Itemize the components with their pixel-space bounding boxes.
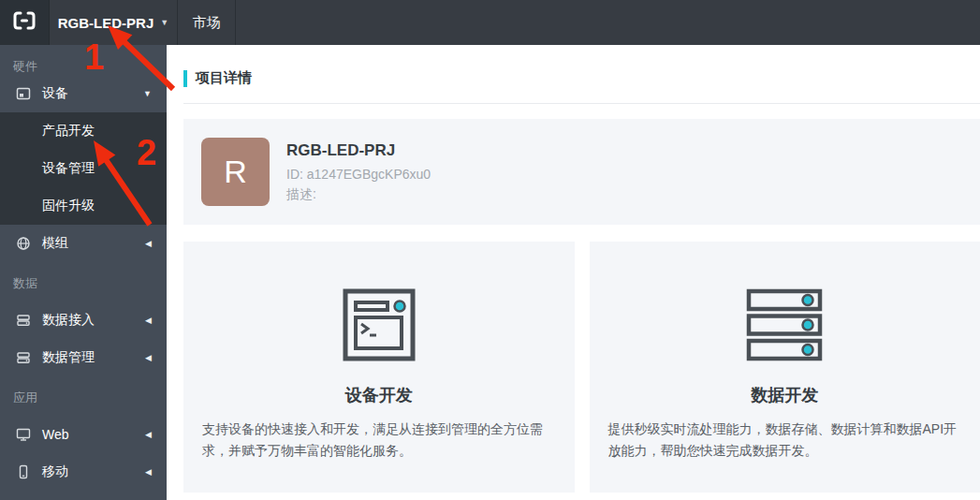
chevron-down-icon: ▼ (143, 89, 152, 98)
project-id: ID: a1247EGBgcKP6xu0 (286, 167, 431, 182)
sidebar-item-mobile[interactable]: 移动 ◀ (0, 453, 167, 491)
sidebar-section-data: 数据 (13, 275, 167, 292)
market-label: 市场 (193, 14, 221, 32)
chevron-left-icon: ◀ (145, 239, 152, 248)
topbar: RGB-LED-PRJ ▼ 市场 (0, 0, 980, 45)
brackets-logo-icon (11, 10, 37, 35)
database-icon (16, 350, 31, 365)
chevron-left-icon: ◀ (145, 316, 152, 325)
page-header: 项目详情 (183, 69, 980, 87)
sidebar-item-module[interactable]: 模组 ◀ (0, 225, 167, 262)
project-info: RGB-LED-PRJ ID: a1247EGBgcKP6xu0 描述: (286, 141, 431, 203)
sidebar-item-label: 数据管理 (42, 349, 95, 366)
mobile-icon (16, 464, 31, 479)
sidebar-item-data-access[interactable]: 数据接入 ◀ (0, 301, 167, 339)
sidebar-subitem-product-dev[interactable]: 产品开发 (0, 112, 167, 150)
terminal-icon (183, 288, 575, 361)
chevron-down-icon: ▼ (160, 19, 168, 27)
sidebar-item-label: Web (42, 427, 69, 442)
app-window: RGB-LED-PRJ ▼ 市场 硬件 设备 ▼ 产品开发 设备管理 固件升级 (0, 0, 980, 500)
project-avatar: R (201, 138, 270, 206)
sidebar: 硬件 设备 ▼ 产品开发 设备管理 固件升级 (0, 45, 167, 500)
card-description: 支持设备的快速接入和开发，满足从连接到管理的全方位需求，并赋予万物丰富的智能化服… (202, 419, 556, 462)
main-content: 项目详情 R RGB-LED-PRJ ID: a1247EGBgcKP6xu0 … (167, 45, 980, 500)
sidebar-item-web[interactable]: Web ◀ (0, 416, 167, 453)
page-title: 项目详情 (196, 69, 252, 87)
header-divider (183, 103, 980, 104)
project-selector-label: RGB-LED-PRJ (58, 15, 154, 31)
topbar-item-market[interactable]: 市场 (178, 0, 236, 45)
sidebar-item-device[interactable]: 设备 ▼ (0, 75, 167, 112)
platform-logo[interactable] (0, 0, 50, 45)
sidebar-item-label: 设备 (42, 85, 68, 102)
sidebar-item-data-mgmt[interactable]: 数据管理 ◀ (0, 339, 167, 376)
chevron-left-icon: ◀ (145, 467, 152, 477)
sidebar-subitem-device-mgmt[interactable]: 设备管理 (0, 150, 167, 187)
chevron-left-icon: ◀ (145, 430, 152, 439)
data-development-card[interactable]: 数据开发 提供秒级实时流处理能力，数据存储、数据计算和数据API开放能力，帮助您… (590, 242, 980, 493)
module-icon (16, 236, 31, 251)
sidebar-section-hardware: 硬件 (13, 58, 167, 75)
project-name: RGB-LED-PRJ (286, 141, 431, 160)
card-description: 提供秒级实时流处理能力，数据存储、数据计算和数据API开放能力，帮助您快速完成数… (608, 419, 962, 462)
card-title: 设备开发 (183, 384, 575, 406)
project-selector-dropdown[interactable]: RGB-LED-PRJ ▼ (50, 0, 178, 45)
project-summary-card: R RGB-LED-PRJ ID: a1247EGBgcKP6xu0 描述: (183, 119, 980, 225)
server-stack-icon (590, 288, 980, 361)
sidebar-section-application: 应用 (13, 390, 167, 406)
sidebar-item-label: 数据接入 (42, 312, 95, 329)
project-description-label: 描述: (286, 186, 431, 203)
device-submenu: 产品开发 设备管理 固件升级 (0, 112, 167, 225)
development-cards-row: 设备开发 支持设备的快速接入和开发，满足从连接到管理的全方位需求，并赋予万物丰富… (183, 242, 980, 493)
web-monitor-icon (16, 427, 31, 442)
card-title: 数据开发 (590, 384, 980, 406)
sidebar-item-label: 移动 (42, 463, 68, 480)
device-development-card[interactable]: 设备开发 支持设备的快速接入和开发，满足从连接到管理的全方位需求，并赋予万物丰富… (183, 242, 575, 493)
chevron-left-icon: ◀ (145, 353, 152, 362)
device-icon (16, 86, 31, 101)
database-icon (16, 313, 31, 328)
title-accent-bar (183, 70, 187, 87)
sidebar-item-label: 模组 (42, 235, 68, 252)
sidebar-subitem-firmware-upgrade[interactable]: 固件升级 (0, 187, 167, 225)
